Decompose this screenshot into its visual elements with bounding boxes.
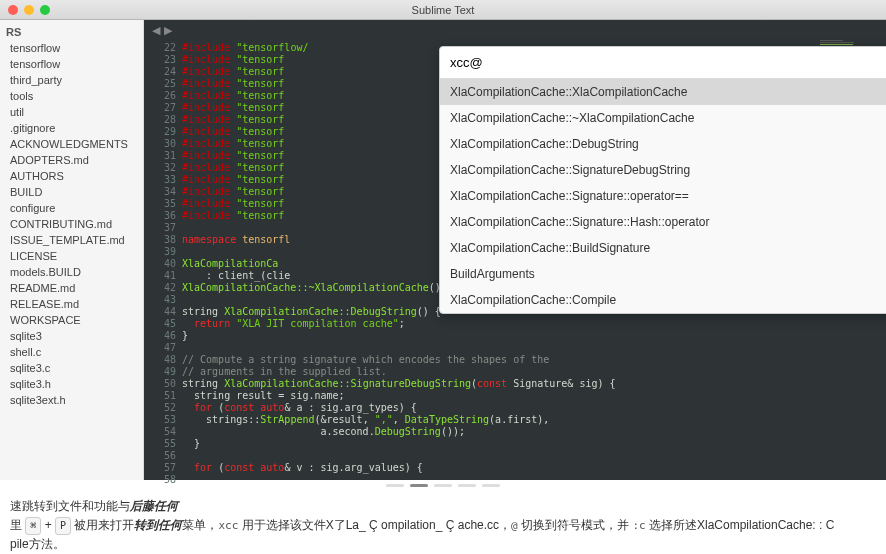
goto-result-item[interactable]: XlaCompilationCache::SignatureDebugStrin… bbox=[440, 157, 886, 183]
editor-area: ◀ ▶ 222324252627282930313233343536373839… bbox=[144, 20, 886, 480]
goto-result-item[interactable]: XlaCompilationCache::Compile bbox=[440, 287, 886, 313]
sidebar-item[interactable]: tools bbox=[0, 88, 143, 104]
titlebar: Sublime Text bbox=[0, 0, 886, 20]
goto-result-item[interactable]: XlaCompilationCache::BuildSignature bbox=[440, 235, 886, 261]
nav-back-icon[interactable]: ◀ bbox=[152, 24, 160, 37]
goto-result-item[interactable]: XlaCompilationCache::~XlaCompilationCach… bbox=[440, 105, 886, 131]
sidebar-item[interactable]: ACKNOWLEDGMENTS bbox=[0, 136, 143, 152]
maximize-icon[interactable] bbox=[40, 5, 50, 15]
sidebar-item[interactable]: util bbox=[0, 104, 143, 120]
sidebar-item[interactable]: .gitignore bbox=[0, 120, 143, 136]
page-dot[interactable] bbox=[410, 484, 428, 487]
window-controls bbox=[8, 5, 50, 15]
sidebar-item[interactable]: sqlite3.h bbox=[0, 376, 143, 392]
sidebar: RS tensorflowtensorflowthird_partytoolsu… bbox=[0, 20, 144, 480]
line-gutter: 2223242526272829303132333435363738394041… bbox=[144, 20, 182, 480]
carousel-dots bbox=[0, 480, 886, 491]
sidebar-item[interactable]: tensorflow bbox=[0, 40, 143, 56]
sidebar-item[interactable]: sqlite3ext.h bbox=[0, 392, 143, 408]
sidebar-item[interactable]: tensorflow bbox=[0, 56, 143, 72]
goto-result-item[interactable]: XlaCompilationCache::Signature::Hash::op… bbox=[440, 209, 886, 235]
page-dot[interactable] bbox=[386, 484, 404, 487]
sidebar-item[interactable]: CONTRIBUTING.md bbox=[0, 216, 143, 232]
page-dot[interactable] bbox=[458, 484, 476, 487]
sidebar-header: RS bbox=[0, 24, 143, 40]
sidebar-item[interactable]: ADOPTERS.md bbox=[0, 152, 143, 168]
minimize-icon[interactable] bbox=[24, 5, 34, 15]
goto-result-item[interactable]: XlaCompilationCache::DebugString bbox=[440, 131, 886, 157]
sidebar-item[interactable]: third_party bbox=[0, 72, 143, 88]
goto-result-item[interactable]: BuildArguments bbox=[440, 261, 886, 287]
close-icon[interactable] bbox=[8, 5, 18, 15]
sidebar-item[interactable]: ISSUE_TEMPLATE.md bbox=[0, 232, 143, 248]
sidebar-item[interactable]: RELEASE.md bbox=[0, 296, 143, 312]
sidebar-item[interactable]: sqlite3.c bbox=[0, 360, 143, 376]
sidebar-item[interactable]: WORKSPACE bbox=[0, 312, 143, 328]
sidebar-item[interactable]: AUTHORS bbox=[0, 168, 143, 184]
window-title: Sublime Text bbox=[412, 4, 475, 16]
sidebar-item[interactable]: LICENSE bbox=[0, 248, 143, 264]
goto-result-item[interactable]: XlaCompilationCache::Signature::operator… bbox=[440, 183, 886, 209]
sidebar-item[interactable]: sqlite3 bbox=[0, 328, 143, 344]
sidebar-item[interactable]: configure bbox=[0, 200, 143, 216]
goto-result-item[interactable]: XlaCompilationCache::XlaCompilationCache bbox=[440, 79, 886, 105]
goto-anything-panel: XlaCompilationCache::XlaCompilationCache… bbox=[439, 46, 886, 314]
nav-forward-icon[interactable]: ▶ bbox=[164, 24, 172, 37]
sidebar-item[interactable]: models.BUILD bbox=[0, 264, 143, 280]
page-dot[interactable] bbox=[434, 484, 452, 487]
sidebar-item[interactable]: shell.c bbox=[0, 344, 143, 360]
goto-input[interactable] bbox=[440, 47, 886, 79]
caption-text: 速跳转到文件和功能与后藤任何 里 ⌘ + P 被用来打开转到任何菜单，xcc 用… bbox=[0, 491, 886, 554]
sidebar-item[interactable]: README.md bbox=[0, 280, 143, 296]
sidebar-item[interactable]: BUILD bbox=[0, 184, 143, 200]
page-dot[interactable] bbox=[482, 484, 500, 487]
